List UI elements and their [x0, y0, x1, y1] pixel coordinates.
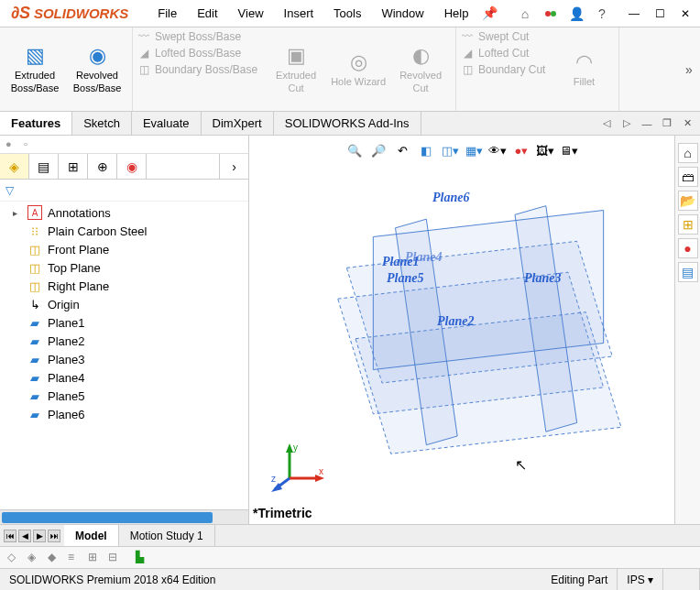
tab-right-arrow-icon[interactable]: ▷	[619, 116, 634, 131]
tree-item-plane2[interactable]: ▰Plane2	[0, 332, 248, 350]
fm-tab-featuremanager[interactable]: ◈	[0, 154, 29, 179]
plane3-label: Plane3	[524, 271, 561, 286]
task-home-icon[interactable]: ⌂	[678, 143, 698, 163]
task-appearances-icon[interactable]: ●	[678, 238, 698, 258]
bt-nav-first[interactable]: ⏮	[4, 530, 16, 542]
fm-tab-displaymanager[interactable]: ◉	[117, 154, 147, 179]
tree-item-origin[interactable]: ↳Origin	[0, 295, 248, 313]
svg-marker-9	[286, 443, 293, 453]
fm-tab-propertymanager[interactable]: ▤	[29, 154, 59, 179]
bottom-tab-model[interactable]: Model	[64, 525, 119, 546]
tab-sketch[interactable]: Sketch	[72, 112, 132, 135]
menu-help[interactable]: Help	[435, 3, 478, 24]
lofted-cut-button[interactable]: ◢Lofted Cut	[460, 46, 545, 60]
ref-plane-icon: ▰	[27, 388, 42, 403]
task-view-palette-icon[interactable]: ⊞	[678, 214, 698, 235]
traffic-light-icon[interactable]	[541, 4, 561, 24]
tab-dimxpert[interactable]: DimXpert	[202, 112, 274, 135]
boundary-cut-button[interactable]: ◫Boundary Cut	[460, 62, 545, 77]
fillet-label: Fillet	[574, 76, 595, 88]
expand-icon[interactable]: ▸	[13, 208, 22, 218]
menu-insert[interactable]: Insert	[275, 3, 323, 24]
menu-tools[interactable]: Tools	[324, 3, 370, 24]
fillet-button[interactable]: ◠ Fillet	[556, 50, 611, 88]
section-view-icon[interactable]: ◧	[417, 141, 435, 159]
tree-item-top-plane[interactable]: ◫Top Plane	[0, 258, 248, 277]
bt-icon-2[interactable]: ◈	[27, 551, 42, 565]
graphics-area[interactable]: 🔍 🔎 ↶ ◧ ◫▾ ▦▾ 👁▾ ●▾ 🖼▾ 🖥▾	[249, 136, 674, 524]
menu-view[interactable]: View	[229, 3, 273, 24]
qat-square-icon[interactable]: ▫	[24, 138, 37, 151]
status-units[interactable]: IPS ▾	[618, 569, 663, 590]
bt-icon-6[interactable]: ⊟	[108, 551, 123, 565]
tree-item-right-plane[interactable]: ◫Right Plane	[0, 277, 248, 295]
tree-item-plane3[interactable]: ▰Plane3	[0, 350, 248, 368]
user-icon[interactable]: 👤	[566, 4, 586, 24]
menu-file[interactable]: File	[148, 3, 186, 24]
qat-dot-icon[interactable]: ●	[5, 138, 18, 151]
task-library-icon[interactable]: 🗃	[678, 167, 698, 187]
extruded-boss-button[interactable]: ▧ Extruded Boss/Base	[7, 44, 62, 93]
tab-addins[interactable]: SOLIDWORKS Add-Ins	[274, 112, 421, 135]
edit-appearance-icon[interactable]: ●▾	[512, 141, 530, 159]
bt-icon-play[interactable]: ▙	[136, 551, 150, 565]
bt-nav-next[interactable]: ▶	[33, 530, 46, 542]
bottom-tab-motion[interactable]: Motion Study 1	[119, 525, 215, 546]
display-style-icon[interactable]: ▦▾	[465, 141, 483, 159]
revolved-cut-button[interactable]: ◐ Revolved Cut	[393, 44, 448, 93]
fm-tab-dimxpertmanager[interactable]: ⊕	[88, 154, 117, 179]
lofted-boss-button[interactable]: ◢Lofted Boss/Base	[137, 46, 257, 60]
view-settings-icon[interactable]: 🖥▾	[560, 141, 578, 159]
tab-evaluate[interactable]: Evaluate	[132, 112, 202, 135]
hide-show-icon[interactable]: 👁▾	[488, 141, 507, 159]
menu-edit[interactable]: Edit	[188, 3, 226, 24]
tree-item-material[interactable]: ⁝⁝Plain Carbon Steel	[0, 222, 248, 240]
canvas[interactable]: Plane6 Plane1 Plane5 Plane3 Plane2 Plane…	[249, 136, 674, 524]
bt-icon-3[interactable]: ◆	[48, 551, 62, 565]
revolved-boss-button[interactable]: ◉ Revolved Boss/Base	[70, 44, 125, 93]
zoom-area-icon[interactable]: 🔎	[369, 141, 388, 159]
task-file-explorer-icon[interactable]: 📂	[678, 191, 698, 211]
fm-tab-overflow[interactable]: ›	[219, 154, 248, 179]
tree-item-plane4[interactable]: ▰Plane4	[0, 368, 248, 387]
doc-restore-icon[interactable]: ❐	[660, 116, 674, 131]
tree-item-plane5[interactable]: ▰Plane5	[0, 387, 248, 405]
menu-window[interactable]: Window	[372, 3, 432, 24]
bt-icon-5[interactable]: ⊞	[88, 551, 103, 565]
bt-nav-prev[interactable]: ◀	[18, 530, 31, 542]
pin-icon[interactable]: 📌	[479, 3, 499, 23]
tree-item-plane1[interactable]: ▰Plane1	[0, 313, 248, 332]
tree-horizontal-scrollbar[interactable]	[0, 509, 248, 524]
filter-icon[interactable]: ▽	[5, 184, 14, 197]
tab-left-arrow-icon[interactable]: ◁	[599, 116, 614, 131]
apply-scene-icon[interactable]: 🖼▾	[536, 141, 554, 159]
swept-cut-button[interactable]: 〰Swept Cut	[460, 29, 545, 44]
swept-boss-button[interactable]: 〰Swept Boss/Base	[137, 29, 257, 44]
doc-close-icon[interactable]: ✕	[680, 116, 695, 131]
help-icon[interactable]: ?	[592, 4, 612, 24]
task-pane: ⌂ 🗃 📂 ⊞ ● ▤	[674, 136, 700, 524]
tab-features[interactable]: Features	[0, 112, 72, 135]
hole-wizard-button[interactable]: ◎ Hole Wizard	[331, 44, 386, 93]
doc-minimize-icon[interactable]: —	[640, 116, 654, 131]
bt-nav-last[interactable]: ⏭	[48, 530, 60, 542]
maximize-button[interactable]: ☐	[649, 4, 671, 24]
tree-item-plane6[interactable]: ▰Plane6	[0, 405, 248, 423]
scrollbar-thumb[interactable]	[2, 512, 213, 523]
home-icon[interactable]: ⌂	[515, 4, 535, 24]
task-custom-props-icon[interactable]: ▤	[678, 262, 698, 282]
ribbon-overflow[interactable]: »	[678, 27, 700, 111]
close-button[interactable]: ✕	[674, 4, 696, 24]
minimize-button[interactable]: —	[623, 4, 645, 24]
view-triad[interactable]: y x z	[271, 442, 326, 497]
bt-icon-1[interactable]: ◇	[7, 551, 22, 565]
tree-item-front-plane[interactable]: ◫Front Plane	[0, 240, 248, 258]
extruded-cut-button[interactable]: ▣ Extruded Cut	[268, 44, 323, 93]
boundary-boss-button[interactable]: ◫Boundary Boss/Base	[137, 62, 257, 77]
view-orientation-icon[interactable]: ◫▾	[441, 141, 459, 159]
tree-item-annotations[interactable]: ▸AAnnotations	[0, 203, 248, 222]
fm-tab-configurationmanager[interactable]: ⊞	[59, 154, 88, 179]
zoom-fit-icon[interactable]: 🔍	[345, 141, 364, 159]
previous-view-icon[interactable]: ↶	[393, 141, 411, 159]
bt-icon-4[interactable]: ≡	[68, 551, 82, 565]
